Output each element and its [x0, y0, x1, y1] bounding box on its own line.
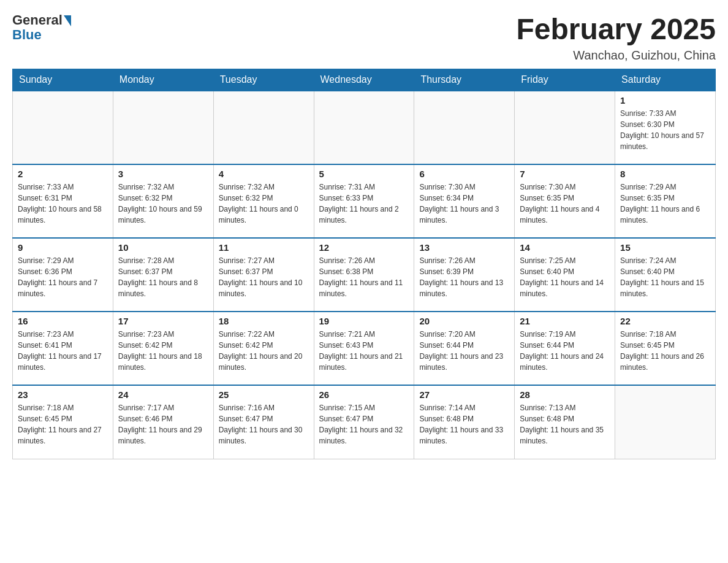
day-info: Sunrise: 7:26 AMSunset: 6:38 PMDaylight:…: [319, 255, 409, 299]
day-info: Sunrise: 7:19 AMSunset: 6:44 PMDaylight:…: [520, 329, 610, 373]
day-number: 6: [419, 169, 509, 179]
day-info: Sunrise: 7:22 AMSunset: 6:42 PMDaylight:…: [219, 329, 309, 373]
day-number: 16: [18, 316, 108, 326]
calendar-cell: [414, 91, 515, 164]
day-number: 8: [620, 169, 710, 179]
day-info: Sunrise: 7:16 AMSunset: 6:47 PMDaylight:…: [219, 402, 309, 446]
calendar-cell: 18Sunrise: 7:22 AMSunset: 6:42 PMDayligh…: [213, 312, 314, 385]
day-info: Sunrise: 7:23 AMSunset: 6:42 PMDaylight:…: [118, 329, 208, 373]
day-number: 14: [520, 242, 610, 253]
calendar-cell: 11Sunrise: 7:27 AMSunset: 6:37 PMDayligh…: [213, 238, 314, 312]
calendar-cell: 26Sunrise: 7:15 AMSunset: 6:47 PMDayligh…: [314, 385, 414, 459]
weekday-header: Thursday: [414, 69, 515, 91]
calendar-cell: 1Sunrise: 7:33 AMSunset: 6:30 PMDaylight…: [615, 91, 716, 164]
calendar-week-row: 9Sunrise: 7:29 AMSunset: 6:36 PMDaylight…: [13, 238, 716, 312]
day-number: 5: [319, 169, 409, 179]
day-number: 10: [118, 242, 208, 253]
month-title: February 2025: [516, 12, 716, 46]
day-info: Sunrise: 7:33 AMSunset: 6:30 PMDaylight:…: [620, 108, 710, 152]
calendar-cell: 7Sunrise: 7:30 AMSunset: 6:35 PMDaylight…: [515, 164, 615, 238]
day-info: Sunrise: 7:30 AMSunset: 6:35 PMDaylight:…: [520, 182, 610, 226]
calendar-cell: 22Sunrise: 7:18 AMSunset: 6:45 PMDayligh…: [615, 312, 716, 385]
day-number: 20: [419, 316, 509, 326]
calendar-cell: 3Sunrise: 7:32 AMSunset: 6:32 PMDaylight…: [113, 164, 213, 238]
day-info: Sunrise: 7:17 AMSunset: 6:46 PMDaylight:…: [118, 402, 208, 446]
day-info: Sunrise: 7:29 AMSunset: 6:36 PMDaylight:…: [18, 255, 108, 299]
day-number: 4: [219, 169, 309, 179]
day-number: 19: [319, 316, 409, 326]
logo-general-text: General: [12, 12, 63, 28]
day-number: 17: [118, 316, 208, 326]
calendar-cell: 5Sunrise: 7:31 AMSunset: 6:33 PMDaylight…: [314, 164, 414, 238]
weekday-header: Monday: [113, 69, 213, 91]
day-info: Sunrise: 7:32 AMSunset: 6:32 PMDaylight:…: [118, 182, 208, 226]
calendar-cell: 20Sunrise: 7:20 AMSunset: 6:44 PMDayligh…: [414, 312, 515, 385]
calendar-week-row: 16Sunrise: 7:23 AMSunset: 6:41 PMDayligh…: [13, 312, 716, 385]
location-title: Wanchao, Guizhou, China: [516, 48, 716, 63]
day-number: 3: [118, 169, 208, 179]
calendar-cell: 21Sunrise: 7:19 AMSunset: 6:44 PMDayligh…: [515, 312, 615, 385]
weekday-header: Wednesday: [314, 69, 414, 91]
day-info: Sunrise: 7:27 AMSunset: 6:37 PMDaylight:…: [219, 255, 309, 299]
calendar-cell: 17Sunrise: 7:23 AMSunset: 6:42 PMDayligh…: [113, 312, 213, 385]
day-info: Sunrise: 7:23 AMSunset: 6:41 PMDaylight:…: [18, 329, 108, 373]
day-number: 28: [520, 389, 610, 400]
page-header: General Blue February 2025 Wanchao, Guiz…: [12, 12, 716, 63]
calendar-cell: 25Sunrise: 7:16 AMSunset: 6:47 PMDayligh…: [213, 385, 314, 459]
day-number: 25: [219, 389, 309, 400]
calendar-cell: 4Sunrise: 7:32 AMSunset: 6:32 PMDaylight…: [213, 164, 314, 238]
calendar-week-row: 2Sunrise: 7:33 AMSunset: 6:31 PMDaylight…: [13, 164, 716, 238]
day-number: 22: [620, 316, 710, 326]
weekday-header: Saturday: [615, 69, 716, 91]
calendar-week-row: 1Sunrise: 7:33 AMSunset: 6:30 PMDaylight…: [13, 91, 716, 164]
day-info: Sunrise: 7:32 AMSunset: 6:32 PMDaylight:…: [219, 182, 309, 226]
day-number: 23: [18, 389, 108, 400]
day-number: 21: [520, 316, 610, 326]
calendar-cell: 10Sunrise: 7:28 AMSunset: 6:37 PMDayligh…: [113, 238, 213, 312]
calendar-cell: 16Sunrise: 7:23 AMSunset: 6:41 PMDayligh…: [13, 312, 113, 385]
day-number: 7: [520, 169, 610, 179]
title-block: February 2025 Wanchao, Guizhou, China: [516, 12, 716, 63]
logo: General Blue: [12, 12, 71, 43]
calendar-cell: 23Sunrise: 7:18 AMSunset: 6:45 PMDayligh…: [13, 385, 113, 459]
calendar-cell: 2Sunrise: 7:33 AMSunset: 6:31 PMDaylight…: [13, 164, 113, 238]
calendar-cell: 27Sunrise: 7:14 AMSunset: 6:48 PMDayligh…: [414, 385, 515, 459]
day-info: Sunrise: 7:24 AMSunset: 6:40 PMDaylight:…: [620, 255, 710, 299]
calendar-cell: [213, 91, 314, 164]
day-number: 1: [620, 95, 710, 105]
day-info: Sunrise: 7:14 AMSunset: 6:48 PMDaylight:…: [419, 402, 509, 446]
day-info: Sunrise: 7:33 AMSunset: 6:31 PMDaylight:…: [18, 182, 108, 226]
calendar-cell: 15Sunrise: 7:24 AMSunset: 6:40 PMDayligh…: [615, 238, 716, 312]
day-info: Sunrise: 7:28 AMSunset: 6:37 PMDaylight:…: [118, 255, 208, 299]
day-number: 9: [18, 242, 108, 253]
day-number: 18: [219, 316, 309, 326]
day-info: Sunrise: 7:20 AMSunset: 6:44 PMDaylight:…: [419, 329, 509, 373]
day-info: Sunrise: 7:25 AMSunset: 6:40 PMDaylight:…: [520, 255, 610, 299]
day-number: 2: [18, 169, 108, 179]
day-number: 24: [118, 389, 208, 400]
calendar-cell: 24Sunrise: 7:17 AMSunset: 6:46 PMDayligh…: [113, 385, 213, 459]
day-info: Sunrise: 7:18 AMSunset: 6:45 PMDaylight:…: [18, 402, 108, 446]
logo-blue-text: Blue: [12, 27, 42, 43]
day-number: 11: [219, 242, 309, 253]
day-info: Sunrise: 7:29 AMSunset: 6:35 PMDaylight:…: [620, 182, 710, 226]
calendar-cell: 6Sunrise: 7:30 AMSunset: 6:34 PMDaylight…: [414, 164, 515, 238]
calendar-cell: 14Sunrise: 7:25 AMSunset: 6:40 PMDayligh…: [515, 238, 615, 312]
calendar-cell: [13, 91, 113, 164]
day-info: Sunrise: 7:30 AMSunset: 6:34 PMDaylight:…: [419, 182, 509, 226]
day-number: 13: [419, 242, 509, 253]
calendar-cell: 13Sunrise: 7:26 AMSunset: 6:39 PMDayligh…: [414, 238, 515, 312]
calendar-week-row: 23Sunrise: 7:18 AMSunset: 6:45 PMDayligh…: [13, 385, 716, 459]
calendar-header-row: SundayMondayTuesdayWednesdayThursdayFrid…: [13, 69, 716, 91]
day-info: Sunrise: 7:13 AMSunset: 6:48 PMDaylight:…: [520, 402, 610, 446]
day-info: Sunrise: 7:31 AMSunset: 6:33 PMDaylight:…: [319, 182, 409, 226]
day-info: Sunrise: 7:21 AMSunset: 6:43 PMDaylight:…: [319, 329, 409, 373]
calendar-cell: 19Sunrise: 7:21 AMSunset: 6:43 PMDayligh…: [314, 312, 414, 385]
day-number: 26: [319, 389, 409, 400]
calendar-cell: 9Sunrise: 7:29 AMSunset: 6:36 PMDaylight…: [13, 238, 113, 312]
day-info: Sunrise: 7:15 AMSunset: 6:47 PMDaylight:…: [319, 402, 409, 446]
weekday-header: Sunday: [13, 69, 113, 91]
calendar-cell: [113, 91, 213, 164]
calendar-cell: 28Sunrise: 7:13 AMSunset: 6:48 PMDayligh…: [515, 385, 615, 459]
calendar-cell: [615, 385, 716, 459]
